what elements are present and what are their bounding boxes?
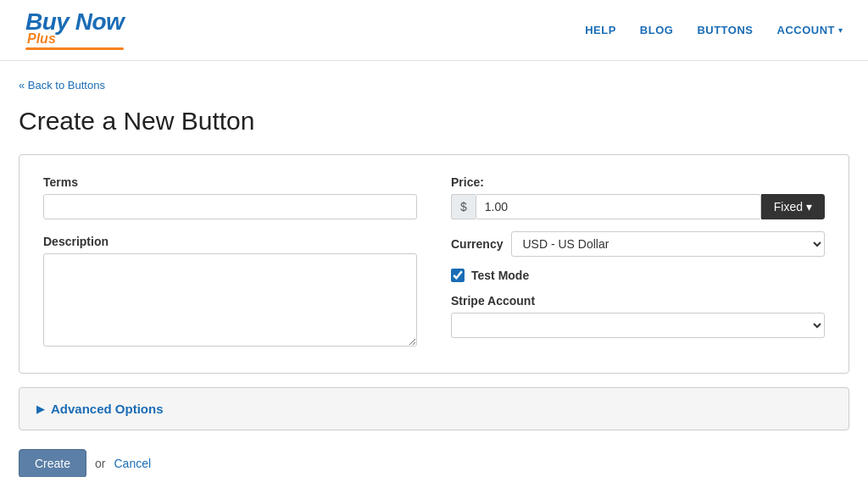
nav-account[interactable]: ACCOUNT ▾ xyxy=(777,24,843,36)
nav-help[interactable]: HELP xyxy=(585,24,616,36)
fixed-label: Fixed xyxy=(774,200,803,214)
fixed-caret-icon: ▾ xyxy=(806,200,812,214)
terms-label: Terms xyxy=(43,175,417,189)
form-right-col: Price: $ Fixed ▾ Currency USD - US Dolla… xyxy=(451,175,825,349)
logo[interactable]: Buy Now Plus xyxy=(25,10,124,50)
or-text: or xyxy=(95,457,105,470)
back-to-buttons-link[interactable]: « Back to Buttons xyxy=(19,79,105,92)
price-input[interactable] xyxy=(476,194,761,219)
page-title: Create a New Button xyxy=(19,107,849,136)
main-content: « Back to Buttons Create a New Button Te… xyxy=(2,61,866,477)
test-mode-checkbox[interactable] xyxy=(451,269,465,282)
test-mode-row: Test Mode xyxy=(451,269,825,282)
advanced-options-toggle[interactable]: ▶ Advanced Options xyxy=(36,402,832,416)
account-caret-icon: ▾ xyxy=(838,25,843,35)
form-row: Terms Description Price: $ Fixed ▾ xyxy=(43,175,825,349)
stripe-account-section: Stripe Account xyxy=(451,294,825,338)
description-label: Description xyxy=(43,235,417,248)
logo-underline xyxy=(25,47,124,50)
advanced-options-card: ▶ Advanced Options xyxy=(19,387,849,430)
test-mode-label: Test Mode xyxy=(471,269,529,282)
currency-row: Currency USD - US Dollar EUR - Euro GBP … xyxy=(451,231,825,257)
main-nav: HELP BLOG BUTTONS ACCOUNT ▾ xyxy=(585,24,843,36)
advanced-triangle-icon: ▶ xyxy=(36,403,44,415)
currency-symbol: $ xyxy=(451,194,476,219)
logo-plus-text: Plus xyxy=(25,32,124,46)
fixed-dropdown-button[interactable]: Fixed ▾ xyxy=(761,194,825,219)
action-row: Create or Cancel xyxy=(19,449,849,477)
nav-blog[interactable]: BLOG xyxy=(640,24,674,36)
form-card: Terms Description Price: $ Fixed ▾ xyxy=(19,154,849,374)
stripe-account-select[interactable] xyxy=(451,313,825,338)
description-textarea[interactable] xyxy=(43,253,417,347)
nav-buttons[interactable]: BUTTONS xyxy=(697,24,753,36)
currency-label: Currency xyxy=(451,237,503,251)
price-input-wrap: $ Fixed ▾ xyxy=(451,194,825,219)
advanced-options-label: Advanced Options xyxy=(51,402,164,416)
currency-select[interactable]: USD - US Dollar EUR - Euro GBP - British… xyxy=(511,231,825,257)
header: Buy Now Plus HELP BLOG BUTTONS ACCOUNT ▾ xyxy=(0,0,868,61)
price-label: Price: xyxy=(451,175,484,189)
stripe-account-label: Stripe Account xyxy=(451,294,825,308)
cancel-link[interactable]: Cancel xyxy=(114,457,151,470)
terms-input[interactable] xyxy=(43,194,417,219)
form-left-col: Terms Description xyxy=(43,175,417,349)
create-button[interactable]: Create xyxy=(19,449,86,477)
nav-account-link[interactable]: ACCOUNT xyxy=(777,24,836,36)
price-label-row: Price: xyxy=(451,175,825,189)
